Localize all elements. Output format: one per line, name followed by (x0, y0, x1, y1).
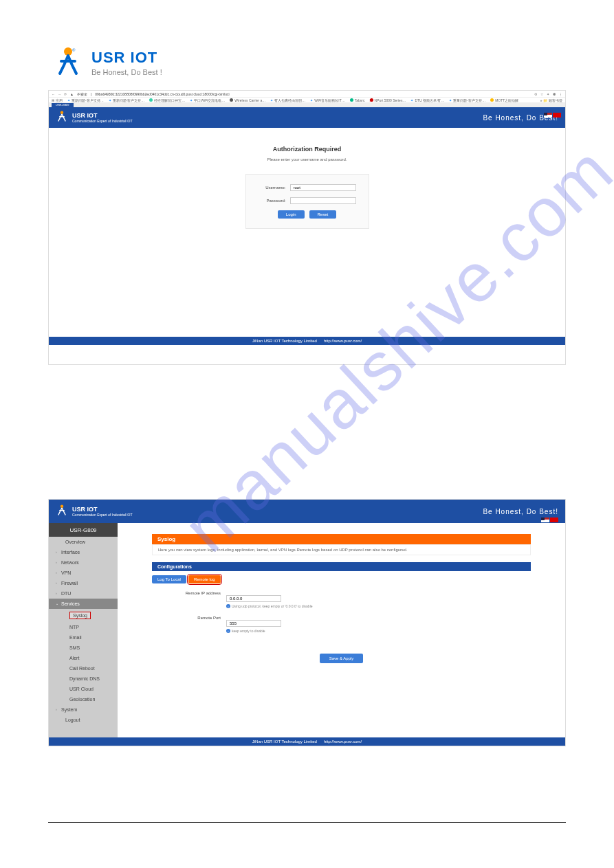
device-model: USR-G809 (49, 523, 118, 537)
password-input[interactable] (290, 197, 356, 204)
app-name: USR IOT (72, 506, 133, 513)
configurations-header: Configurations (152, 562, 531, 571)
flag-cn-icon[interactable] (553, 113, 561, 118)
bookmark-item[interactable]: Tabsrc (350, 98, 365, 102)
browser-tab[interactable]: USR-G809 (52, 103, 74, 107)
security-indicator: ▲ (70, 92, 74, 96)
forward-icon[interactable]: → (58, 92, 61, 96)
footer-url[interactable]: http://www.pusr.com/ (324, 339, 362, 343)
star-icon[interactable]: ☆ (540, 92, 543, 96)
profile-icon[interactable]: ⚈ (553, 92, 556, 96)
svg-text:®: ® (72, 48, 76, 52)
translate-icon[interactable]: ⚙ (534, 92, 537, 96)
sidebar-item-firewall[interactable]: ›Firewall (49, 578, 118, 588)
sidebar-item-network[interactable]: ›Network (49, 557, 118, 568)
remote-ip-label: Remote IP address (152, 590, 221, 595)
reload-icon[interactable]: ⟳ (64, 92, 67, 96)
browser-address-bar: ← → ⟳ ▲ 不安全 | 09ba649306:322108808f0990b… (49, 91, 565, 98)
bookmark-item[interactable]: ✦WiFi音乐能精装IT… (310, 98, 344, 102)
login-screenshot: ← → ⟳ ▲ 不安全 | 09ba649306:322108808f0990b… (48, 90, 566, 365)
sidebar-item-syslog[interactable]: Syslog (49, 609, 118, 622)
logo-name: USR IOT (91, 49, 162, 67)
password-label: Password: (259, 199, 286, 203)
sidebar-item-overview[interactable]: Overview (49, 537, 118, 547)
app-slogan: Be Honest, Do Best! (483, 508, 558, 515)
app-footer: JiNan USR IOT Technology Limited http://… (49, 337, 565, 345)
save-apply-button[interactable]: Save & Apply (320, 654, 364, 663)
bookmark-item[interactable]: 经经理解前口神宝… (149, 98, 185, 102)
flag-us-icon[interactable] (544, 113, 552, 118)
auth-subtitle: Please enter your username and password. (49, 157, 565, 162)
document-footer-rule (48, 822, 566, 823)
login-form: Username: Password: Login Reset (245, 174, 369, 229)
bookmark-item[interactable]: MNPort 5000 Series… (370, 98, 406, 102)
app-name: USR IOT (72, 112, 133, 119)
usr-iot-logo-icon: ® (52, 45, 85, 80)
bookmark-right[interactable]: » 📁 顾客书签 (540, 98, 562, 102)
footer-company: JiNan USR IOT Technology Limited (252, 339, 317, 343)
username-label: Username: (259, 186, 286, 190)
extension-icon[interactable]: ✦ (547, 92, 549, 96)
menu-icon[interactable]: ⋮ (559, 92, 562, 96)
bookmark-item[interactable]: ✦有人包裹经由说明… (270, 98, 305, 102)
svg-point-3 (61, 505, 64, 509)
username-input[interactable] (290, 184, 356, 191)
svg-point-2 (61, 111, 64, 115)
login-button[interactable]: Login (278, 210, 305, 219)
bookmark-item[interactable]: ✦甲口WiFi交流电电… (190, 98, 225, 102)
bookmark-item[interactable]: ✦DTU 视频名单:有… (410, 98, 444, 102)
sidebar-item-usr-cloud[interactable]: USR Cloud (49, 684, 118, 694)
reset-button[interactable]: Reset (309, 210, 337, 219)
footer-company: JiNan USR IOT Technology Limited (252, 739, 317, 744)
sidebar-item-call-reboot[interactable]: Call Reboot (49, 663, 118, 674)
flag-us-icon[interactable] (541, 518, 549, 522)
sidebar-item-dynamic-dns[interactable]: Dynamic DNS (49, 674, 118, 684)
flag-cn-icon[interactable] (550, 518, 558, 522)
logo-tagline: Be Honest, Do Best ! (91, 68, 162, 76)
remote-port-label: Remote Port (152, 615, 221, 620)
app-subtitle: Communication Expert of Industrial IOT (72, 513, 133, 518)
sidebar-item-dtu[interactable]: ›DTU (49, 588, 118, 599)
panel-description: Here you can view system logs, including… (152, 544, 531, 555)
sidebar: USR-G809 Overview ›Interface ›Network ›V… (49, 523, 118, 737)
app-header: USR IOT Communication Expert of Industri… (49, 500, 565, 523)
auth-title: Authorization Required (49, 146, 565, 153)
bookmarks-bar: ⊞ 应用 ✦重新问题-客户支持… ✦重新问题-客户支持… 经经理解前口神宝… ✦… (49, 98, 565, 103)
footer-url[interactable]: http://www.pusr.com/ (324, 739, 362, 744)
sidebar-item-logout[interactable]: Logout (49, 715, 118, 725)
tab-log-to-local[interactable]: Log To Local (152, 575, 186, 583)
sidebar-item-sms[interactable]: SMS (49, 643, 118, 653)
bookmark-item[interactable]: MOTT之能动解 (490, 98, 518, 102)
tab-remote-log[interactable]: Remote log (188, 575, 221, 583)
app-logo-icon (56, 110, 68, 125)
app-header: USR IOT Communication Expert of Industri… (49, 107, 565, 128)
syslog-screenshot: USR IOT Communication Expert of Industri… (48, 499, 566, 746)
bookmark-item[interactable]: ✦重新问题-客户支持… (109, 98, 145, 102)
url-text[interactable]: 09ba649306:322108808f0990bb2ed0401c34ddc… (95, 92, 531, 96)
panel-title: Syslog (152, 534, 531, 544)
bookmark-app[interactable]: ⊞ 应用 (52, 98, 63, 102)
document-logo: ® USR IOT Be Honest, Do Best ! (0, 0, 614, 86)
sidebar-item-ntp[interactable]: NTP (49, 622, 118, 632)
sidebar-item-interface[interactable]: ›Interface (49, 547, 118, 557)
sidebar-item-vpn[interactable]: ›VPN (49, 568, 118, 578)
sidebar-item-system[interactable]: ›System (49, 704, 118, 715)
bookmark-item[interactable]: ✦重量问题-客户支持… (449, 98, 485, 102)
remote-port-hint: keep empty to disable (232, 629, 265, 633)
back-icon[interactable]: ← (52, 92, 55, 96)
app-subtitle: Communication Expert of Industrial IOT (72, 119, 133, 124)
sidebar-item-services[interactable]: ⌄Services (49, 599, 118, 609)
info-icon: i (226, 604, 230, 608)
info-icon: i (226, 629, 230, 633)
sidebar-item-email[interactable]: Email (49, 632, 118, 643)
bookmark-item[interactable]: Wireless Carrier a… (230, 98, 265, 102)
bookmark-item[interactable]: ✦重新问题-客户支持… (67, 98, 104, 102)
app-logo-icon (56, 504, 68, 519)
remote-ip-hint: Using udp protocol, keep empty or '0.0.0… (232, 604, 313, 608)
app-footer: JiNan USR IOT Technology Limited http://… (49, 737, 565, 746)
remote-ip-input[interactable] (226, 595, 281, 602)
security-text: 不安全 (77, 92, 87, 96)
sidebar-item-alert[interactable]: Alert (49, 653, 118, 663)
remote-port-input[interactable] (226, 620, 281, 627)
sidebar-item-geolocation[interactable]: Geolocation (49, 694, 118, 704)
